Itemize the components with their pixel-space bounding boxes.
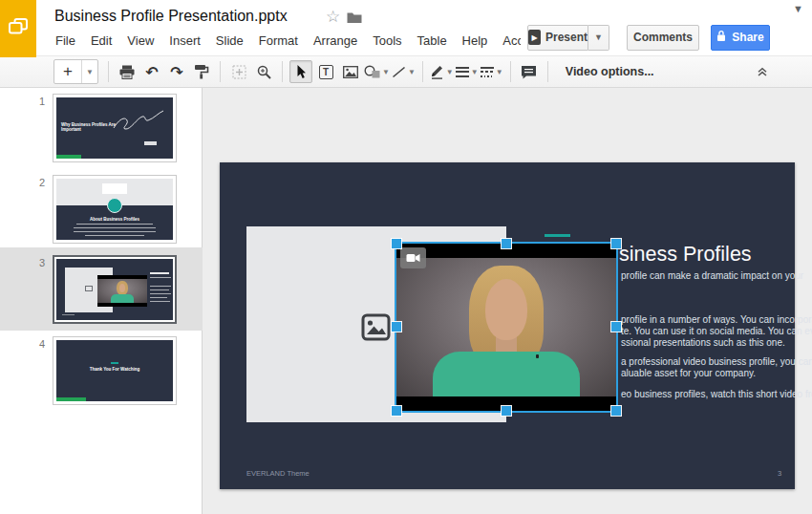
thumb-text-line [85,235,144,236]
slide-2-title: About Business Profiles [56,217,173,222]
resize-handle-top-right[interactable] [611,239,621,248]
video-options-button[interactable]: Video options... [566,65,654,78]
line-color-button[interactable]: ▼ [430,60,454,83]
thumb-text-line [150,289,169,290]
slide-2-thumbnail[interactable]: About Business Profiles [53,175,177,244]
text-box-button[interactable]: T [314,60,337,83]
star-icon[interactable]: ☆ [326,7,340,27]
resize-handle-bottom-right[interactable] [611,406,621,416]
menu-edit[interactable]: Edit [90,32,113,50]
resize-handle-top-left[interactable] [392,239,401,248]
menu-slide[interactable]: Slide [215,32,245,50]
present-label: Present [545,31,588,44]
slides-logo[interactable] [0,0,36,57]
slide-body-line[interactable]: ssional presentations such as this one. [621,337,785,348]
thumb-video [97,275,147,307]
menu-insert[interactable]: Insert [168,32,202,50]
line-dash-caret: ▼ [496,68,503,76]
menu-table[interactable]: Table [417,32,448,50]
progress-bar [56,397,86,402]
print-button[interactable] [116,60,139,83]
paint-format-button[interactable] [190,60,213,83]
line-dash-icon [481,67,494,77]
thumb-text-line [150,297,167,298]
line-color-caret: ▼ [446,68,454,76]
account-caret-icon[interactable]: ▼ [793,3,803,14]
line-weight-button[interactable]: ▼ [456,60,479,83]
shape-button[interactable]: ▼ [364,60,390,83]
lavalier-mic [536,354,539,358]
present-button-group: ▶ Present ▼ [527,25,609,51]
slide-4-title: Thank You For Watching [56,367,173,372]
menubar: File Edit View Insert Slide Format Arran… [54,32,571,50]
titlebar: Business Profile Presentation.pptx ☆ Fil… [0,0,812,55]
slide-body-line[interactable]: profile can make a dramatic impact on yo… [621,270,803,281]
progress-bar [56,155,81,160]
slide-2-number: 2 [32,177,45,188]
slide-1-thumbnail[interactable]: Why Business Profiles Are Important [53,94,177,162]
share-label: Share [732,31,763,44]
menu-format[interactable]: Format [258,32,299,50]
thumb-text-line [150,277,171,278]
new-slide-button[interactable]: + [54,60,81,83]
thumb-image-icon [85,286,93,291]
thumb-caption-block [144,141,157,145]
present-button[interactable]: ▶ Present [527,25,588,51]
zoom-button[interactable] [252,60,275,83]
thumb-text-line [150,272,169,274]
document-title[interactable]: Business Profile Presentation.pptx [54,8,288,25]
new-slide-caret[interactable]: ▼ [81,60,97,83]
collapse-toolbar-icon[interactable] [751,60,774,83]
slide-accent-dash [545,234,570,237]
share-button[interactable]: Share [711,25,770,51]
lock-icon [716,30,726,45]
menu-view[interactable]: View [126,32,155,50]
thumb-logo-block [102,183,127,194]
google-slides-app: Business Profile Presentation.pptx ☆ Fil… [0,0,812,514]
select-tool-button[interactable] [289,60,312,83]
undo-button[interactable]: ↶ [140,60,163,83]
line-tool-button[interactable]: ▼ [392,60,416,83]
video-object[interactable] [396,244,616,411]
thumb-text-line [150,301,170,302]
slide-4-thumbnail[interactable]: Thank You For Watching [53,336,177,405]
current-slide[interactable]: siness Profiles profile can make a drama… [220,162,795,489]
thumb-text-line [150,286,171,287]
slide-3-thumbnail[interactable] [53,255,177,324]
thumb-text-line [74,231,156,232]
slide-body-line[interactable]: a professional video business profile, y… [621,356,812,367]
insert-comment-button[interactable] [518,60,541,83]
image-placeholder-icon [361,313,391,345]
folder-icon[interactable] [347,11,362,28]
slide-footer-text: EVERLAND Theme [246,469,310,478]
redo-button[interactable]: ↷ [165,60,188,83]
text-box-icon: T [319,65,333,79]
menu-help[interactable]: Help [461,32,489,50]
menu-arrange[interactable]: Arrange [312,32,358,50]
editing-canvas: siness Profiles profile can make a drama… [203,88,812,514]
menu-tools[interactable]: Tools [372,32,402,50]
comments-button[interactable]: Comments [627,25,699,51]
slide-body-line[interactable]: profile in a number of ways. You can inc… [621,314,812,325]
toolbar: + ▼ ↶ ↷ T ▼ ▼ [0,55,812,88]
slide-title-text[interactable]: siness Profiles [619,243,752,267]
resize-handle-middle-left[interactable] [392,322,401,332]
insert-image-button[interactable] [339,60,362,83]
slide-body-line[interactable]: aluable asset for your company. [621,368,756,378]
slide-body-line[interactable]: eo business profiles, watch this short v… [621,389,812,399]
present-options-caret[interactable]: ▼ [588,25,609,51]
resize-handle-top-middle[interactable] [502,239,511,248]
line-tool-caret: ▼ [408,68,416,76]
resize-handle-bottom-middle[interactable] [502,406,511,416]
slide-body-line[interactable]: te. You can use it on social media. You … [621,326,812,336]
toolbar-separator [282,61,283,82]
thumb-text-line [150,293,171,294]
zoom-fit-button[interactable] [227,60,250,83]
thumb-badge-circle [107,198,122,213]
header-buttons: ▶ Present ▼ Comments Share [521,19,812,55]
thumb-text-line [76,224,153,225]
line-dash-button[interactable]: ▼ [481,60,503,83]
resize-handle-bottom-left[interactable] [392,406,401,416]
menu-file[interactable]: File [54,32,76,50]
resize-handle-middle-right[interactable] [611,322,621,332]
